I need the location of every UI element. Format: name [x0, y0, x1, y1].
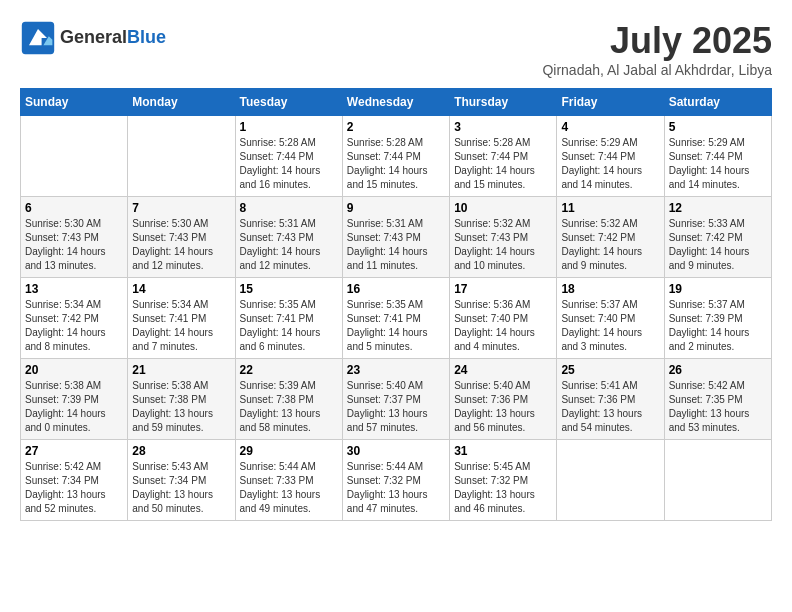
day-number: 19 — [669, 282, 767, 296]
table-row — [664, 440, 771, 521]
day-number: 22 — [240, 363, 338, 377]
logo-line2: Blue — [127, 27, 166, 47]
day-number: 10 — [454, 201, 552, 215]
table-row: 14Sunrise: 5:34 AM Sunset: 7:41 PM Dayli… — [128, 278, 235, 359]
day-number: 28 — [132, 444, 230, 458]
day-detail: Sunrise: 5:28 AM Sunset: 7:44 PM Dayligh… — [240, 136, 338, 192]
day-detail: Sunrise: 5:32 AM Sunset: 7:42 PM Dayligh… — [561, 217, 659, 273]
day-detail: Sunrise: 5:44 AM Sunset: 7:33 PM Dayligh… — [240, 460, 338, 516]
logo-line1: General — [60, 27, 127, 47]
table-row: 10Sunrise: 5:32 AM Sunset: 7:43 PM Dayli… — [450, 197, 557, 278]
col-sunday: Sunday — [21, 89, 128, 116]
day-detail: Sunrise: 5:37 AM Sunset: 7:40 PM Dayligh… — [561, 298, 659, 354]
day-number: 23 — [347, 363, 445, 377]
day-detail: Sunrise: 5:35 AM Sunset: 7:41 PM Dayligh… — [240, 298, 338, 354]
col-thursday: Thursday — [450, 89, 557, 116]
day-detail: Sunrise: 5:31 AM Sunset: 7:43 PM Dayligh… — [347, 217, 445, 273]
calendar-body: 1Sunrise: 5:28 AM Sunset: 7:44 PM Daylig… — [21, 116, 772, 521]
table-row: 29Sunrise: 5:44 AM Sunset: 7:33 PM Dayli… — [235, 440, 342, 521]
day-detail: Sunrise: 5:42 AM Sunset: 7:35 PM Dayligh… — [669, 379, 767, 435]
col-friday: Friday — [557, 89, 664, 116]
logo-icon — [20, 20, 56, 56]
day-detail: Sunrise: 5:43 AM Sunset: 7:34 PM Dayligh… — [132, 460, 230, 516]
table-row: 23Sunrise: 5:40 AM Sunset: 7:37 PM Dayli… — [342, 359, 449, 440]
table-row: 13Sunrise: 5:34 AM Sunset: 7:42 PM Dayli… — [21, 278, 128, 359]
day-detail: Sunrise: 5:40 AM Sunset: 7:37 PM Dayligh… — [347, 379, 445, 435]
day-detail: Sunrise: 5:41 AM Sunset: 7:36 PM Dayligh… — [561, 379, 659, 435]
day-number: 6 — [25, 201, 123, 215]
day-number: 11 — [561, 201, 659, 215]
table-row — [21, 116, 128, 197]
table-row — [557, 440, 664, 521]
page-header: GeneralBlue July 2025 Qirnadah, Al Jabal… — [20, 20, 772, 78]
title-block: July 2025 Qirnadah, Al Jabal al Akhdrdar… — [542, 20, 772, 78]
day-number: 17 — [454, 282, 552, 296]
day-number: 7 — [132, 201, 230, 215]
day-detail: Sunrise: 5:35 AM Sunset: 7:41 PM Dayligh… — [347, 298, 445, 354]
day-detail: Sunrise: 5:29 AM Sunset: 7:44 PM Dayligh… — [669, 136, 767, 192]
table-row: 2Sunrise: 5:28 AM Sunset: 7:44 PM Daylig… — [342, 116, 449, 197]
day-detail: Sunrise: 5:39 AM Sunset: 7:38 PM Dayligh… — [240, 379, 338, 435]
day-number: 18 — [561, 282, 659, 296]
day-detail: Sunrise: 5:42 AM Sunset: 7:34 PM Dayligh… — [25, 460, 123, 516]
table-row: 20Sunrise: 5:38 AM Sunset: 7:39 PM Dayli… — [21, 359, 128, 440]
day-number: 21 — [132, 363, 230, 377]
col-tuesday: Tuesday — [235, 89, 342, 116]
calendar-table: Sunday Monday Tuesday Wednesday Thursday… — [20, 88, 772, 521]
day-number: 24 — [454, 363, 552, 377]
table-row: 7Sunrise: 5:30 AM Sunset: 7:43 PM Daylig… — [128, 197, 235, 278]
table-row: 16Sunrise: 5:35 AM Sunset: 7:41 PM Dayli… — [342, 278, 449, 359]
day-detail: Sunrise: 5:34 AM Sunset: 7:41 PM Dayligh… — [132, 298, 230, 354]
table-row: 25Sunrise: 5:41 AM Sunset: 7:36 PM Dayli… — [557, 359, 664, 440]
table-row: 18Sunrise: 5:37 AM Sunset: 7:40 PM Dayli… — [557, 278, 664, 359]
day-number: 2 — [347, 120, 445, 134]
day-number: 13 — [25, 282, 123, 296]
day-number: 5 — [669, 120, 767, 134]
day-number: 4 — [561, 120, 659, 134]
table-row: 30Sunrise: 5:44 AM Sunset: 7:32 PM Dayli… — [342, 440, 449, 521]
table-row: 15Sunrise: 5:35 AM Sunset: 7:41 PM Dayli… — [235, 278, 342, 359]
day-number: 25 — [561, 363, 659, 377]
day-number: 9 — [347, 201, 445, 215]
table-row: 12Sunrise: 5:33 AM Sunset: 7:42 PM Dayli… — [664, 197, 771, 278]
col-saturday: Saturday — [664, 89, 771, 116]
table-row: 9Sunrise: 5:31 AM Sunset: 7:43 PM Daylig… — [342, 197, 449, 278]
calendar-header: Sunday Monday Tuesday Wednesday Thursday… — [21, 89, 772, 116]
day-number: 1 — [240, 120, 338, 134]
table-row: 6Sunrise: 5:30 AM Sunset: 7:43 PM Daylig… — [21, 197, 128, 278]
table-row: 21Sunrise: 5:38 AM Sunset: 7:38 PM Dayli… — [128, 359, 235, 440]
day-detail: Sunrise: 5:33 AM Sunset: 7:42 PM Dayligh… — [669, 217, 767, 273]
table-row: 27Sunrise: 5:42 AM Sunset: 7:34 PM Dayli… — [21, 440, 128, 521]
col-monday: Monday — [128, 89, 235, 116]
table-row: 4Sunrise: 5:29 AM Sunset: 7:44 PM Daylig… — [557, 116, 664, 197]
day-number: 16 — [347, 282, 445, 296]
day-detail: Sunrise: 5:28 AM Sunset: 7:44 PM Dayligh… — [347, 136, 445, 192]
day-detail: Sunrise: 5:29 AM Sunset: 7:44 PM Dayligh… — [561, 136, 659, 192]
table-row: 8Sunrise: 5:31 AM Sunset: 7:43 PM Daylig… — [235, 197, 342, 278]
table-row: 31Sunrise: 5:45 AM Sunset: 7:32 PM Dayli… — [450, 440, 557, 521]
day-number: 8 — [240, 201, 338, 215]
day-detail: Sunrise: 5:45 AM Sunset: 7:32 PM Dayligh… — [454, 460, 552, 516]
day-detail: Sunrise: 5:30 AM Sunset: 7:43 PM Dayligh… — [25, 217, 123, 273]
day-number: 14 — [132, 282, 230, 296]
day-detail: Sunrise: 5:34 AM Sunset: 7:42 PM Dayligh… — [25, 298, 123, 354]
logo-text: GeneralBlue — [60, 28, 166, 48]
day-number: 26 — [669, 363, 767, 377]
day-number: 31 — [454, 444, 552, 458]
table-row: 19Sunrise: 5:37 AM Sunset: 7:39 PM Dayli… — [664, 278, 771, 359]
day-number: 29 — [240, 444, 338, 458]
month-title: July 2025 — [542, 20, 772, 62]
table-row: 1Sunrise: 5:28 AM Sunset: 7:44 PM Daylig… — [235, 116, 342, 197]
location-subtitle: Qirnadah, Al Jabal al Akhdrdar, Libya — [542, 62, 772, 78]
day-detail: Sunrise: 5:36 AM Sunset: 7:40 PM Dayligh… — [454, 298, 552, 354]
logo: GeneralBlue — [20, 20, 166, 56]
table-row: 26Sunrise: 5:42 AM Sunset: 7:35 PM Dayli… — [664, 359, 771, 440]
table-row: 24Sunrise: 5:40 AM Sunset: 7:36 PM Dayli… — [450, 359, 557, 440]
day-detail: Sunrise: 5:28 AM Sunset: 7:44 PM Dayligh… — [454, 136, 552, 192]
table-row: 5Sunrise: 5:29 AM Sunset: 7:44 PM Daylig… — [664, 116, 771, 197]
day-detail: Sunrise: 5:38 AM Sunset: 7:39 PM Dayligh… — [25, 379, 123, 435]
table-row: 28Sunrise: 5:43 AM Sunset: 7:34 PM Dayli… — [128, 440, 235, 521]
day-number: 20 — [25, 363, 123, 377]
day-detail: Sunrise: 5:37 AM Sunset: 7:39 PM Dayligh… — [669, 298, 767, 354]
day-number: 3 — [454, 120, 552, 134]
